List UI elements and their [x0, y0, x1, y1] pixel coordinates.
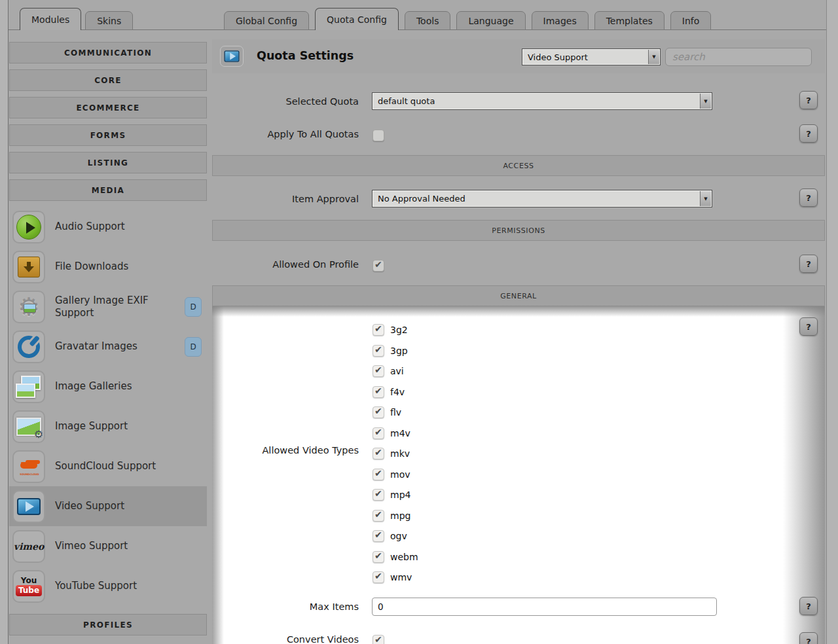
video-type-checkbox[interactable] [373, 365, 384, 377]
selected-quota-label: Selected Quota [212, 96, 359, 107]
video-type-row: mp4 [373, 489, 418, 501]
sidebar-section-header[interactable]: CORE [9, 69, 207, 91]
help-button-selected-quota[interactable]: ? [799, 91, 818, 109]
sidebar-module-item[interactable]: YouTube Support [9, 566, 207, 606]
soundcloud-icon [14, 454, 43, 479]
help-button-max-items[interactable]: ? [799, 597, 818, 615]
sidebar-section-header[interactable]: MEDIA [9, 179, 207, 201]
tab[interactable]: Templates [594, 11, 665, 30]
sidebar-module-list: Audio Support File Downloads Gallery Ima… [9, 207, 207, 606]
tab[interactable]: Language [456, 11, 525, 30]
item-approval-value: No Approval Needed [378, 194, 465, 204]
sidebar-module-item[interactable]: Image Galleries [9, 367, 207, 406]
sidebar-module-item[interactable]: Image Support [9, 406, 207, 446]
gear-image-icon [15, 293, 43, 321]
selected-quota-value: default quota [378, 96, 435, 106]
sidebar-section-header[interactable]: FORMS [9, 124, 207, 146]
sidebar-section-header[interactable]: COMMUNICATION [9, 42, 207, 63]
module-badge: D [185, 337, 202, 357]
video-type-checkbox[interactable] [373, 530, 384, 542]
tab[interactable]: Quota Config [315, 8, 399, 30]
sidebar-module-item[interactable]: Video Support [9, 486, 207, 526]
tab[interactable]: Info [670, 11, 712, 30]
tab[interactable]: Images [532, 11, 589, 30]
video-type-checkbox[interactable] [373, 345, 384, 357]
chevron-down-icon[interactable] [700, 94, 711, 109]
item-approval-label: Item Approval [212, 194, 359, 204]
module-icon-frame [12, 530, 45, 563]
help-button-convert-videos[interactable]: ? [799, 632, 818, 644]
video-type-checkbox[interactable] [373, 489, 384, 501]
sidebar-module-item[interactable]: SoundCloud Support [9, 446, 207, 486]
sidebar-module-item[interactable]: Vimeo Support [9, 526, 207, 566]
convert-videos-checkbox[interactable] [373, 635, 384, 644]
video-type-label: mov [390, 469, 410, 480]
sidebar-sections-top: COMMUNICATIONCOREECOMMERCEFORMSLISTINGME… [9, 42, 207, 201]
config-tabbar: Global ConfigQuota ConfigToolsLanguageIm… [224, 8, 711, 30]
video-type-checkbox[interactable] [373, 386, 384, 398]
module-label: Image Support [55, 420, 179, 433]
sidebar-module-item[interactable]: Gallery Image EXIF Support D [9, 287, 207, 327]
sidebar-section-header[interactable]: ECOMMERCE [9, 97, 207, 118]
apply-all-label: Apply To All Quotas [212, 129, 359, 139]
video-type-label: 3g2 [390, 325, 408, 335]
video-type-label: mkv [390, 448, 410, 459]
module-label: SoundCloud Support [55, 460, 179, 473]
allowed-profile-checkbox[interactable] [373, 260, 384, 272]
video-type-label: webm [390, 552, 418, 562]
general-section-panel [212, 306, 825, 644]
video-type-row: webm [373, 551, 418, 563]
video-type-checkbox[interactable] [373, 551, 384, 563]
video-types-label: Allowed Video Types [212, 445, 359, 456]
chevron-down-icon[interactable] [700, 191, 711, 206]
sidebar-module-item[interactable]: Audio Support [9, 207, 207, 247]
video-type-row: mpg [373, 510, 418, 522]
video-type-checkbox[interactable] [373, 324, 384, 336]
video-type-checkbox[interactable] [373, 427, 384, 439]
convert-videos-label: Convert Videos [212, 634, 359, 644]
module-label: Audio Support [55, 221, 179, 233]
video-type-label: 3gp [390, 346, 408, 356]
module-icon-frame [12, 450, 45, 483]
window-left-edge [0, 0, 9, 644]
help-button-allowed-profile[interactable]: ? [799, 255, 818, 273]
sidebar-module-item[interactable]: Gravatar Images D [9, 327, 207, 367]
sidebar-section-header[interactable]: LISTING [9, 152, 207, 173]
video-type-row: ogv [373, 530, 418, 542]
module-label: Image Galleries [55, 380, 179, 393]
video-type-row: 3gp [373, 345, 418, 357]
tab[interactable]: Modules [20, 8, 81, 30]
youtube-icon [16, 577, 42, 596]
apply-all-checkbox[interactable] [373, 130, 384, 141]
max-items-input[interactable] [372, 598, 717, 616]
tab[interactable]: Skins [85, 11, 133, 30]
sidebar-section-header[interactable]: PROFILES [9, 614, 207, 635]
video-type-checkbox[interactable] [373, 469, 384, 480]
help-button-item-approval[interactable]: ? [799, 188, 818, 207]
module-label: Vimeo Support [55, 540, 179, 552]
module-label: Gallery Image EXIF Support [55, 295, 179, 319]
video-type-row: f4v [373, 386, 418, 398]
help-button-video-types[interactable]: ? [799, 317, 818, 336]
video-types-list: 3g2 3gp avi f4v flv m4v mkv mov mp4 mp [373, 324, 418, 592]
video-type-label: ogv [390, 531, 407, 541]
permissions-section-header: PERMISSIONS [212, 220, 825, 241]
sidebar-module-item[interactable]: File Downloads [9, 247, 207, 287]
tab[interactable]: Tools [405, 11, 451, 30]
video-icon [17, 498, 41, 515]
video-type-checkbox[interactable] [373, 448, 384, 459]
video-type-checkbox[interactable] [373, 406, 384, 418]
max-items-label: Max Items [212, 601, 359, 612]
item-approval-select[interactable]: No Approval Needed [372, 190, 712, 207]
video-type-row: wmv [373, 571, 418, 583]
tab[interactable]: Global Config [224, 11, 309, 30]
help-button-apply-all[interactable]: ? [799, 124, 818, 143]
selected-quota-select[interactable]: default quota [372, 92, 712, 110]
video-type-row: mkv [373, 448, 418, 459]
chevron-down-icon[interactable] [648, 50, 659, 64]
video-type-checkbox[interactable] [373, 510, 384, 522]
vimeo-icon [14, 540, 45, 552]
module-jump-select[interactable]: Video Support [522, 48, 661, 65]
video-type-checkbox[interactable] [373, 571, 384, 583]
search-input[interactable] [665, 48, 812, 66]
